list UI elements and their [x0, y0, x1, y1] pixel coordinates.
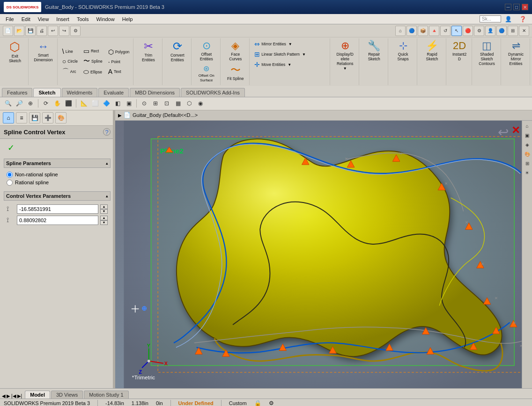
qa-print[interactable]: 🖨 — [37, 26, 47, 36]
st-view2[interactable]: ⬜ — [90, 98, 100, 109]
menu-tools[interactable]: Tools — [73, 15, 93, 23]
non-rational-option[interactable]: Non-rational spline — [7, 172, 108, 178]
qa-nav2[interactable]: 🔵 — [406, 26, 417, 36]
qa-nav3[interactable]: 📦 — [418, 26, 428, 36]
btab-next[interactable]: ▶ — [7, 393, 10, 399]
qa-view2[interactable]: ⚙ — [474, 26, 484, 36]
qa-view1[interactable]: 🔴 — [463, 26, 473, 36]
param1-up[interactable]: ▲ — [100, 204, 108, 209]
tab-solidworks-addins[interactable]: SOLIDWORKS Add-Ins — [181, 88, 245, 97]
search-box[interactable]: Sk... — [480, 15, 501, 22]
rapid-sketch-button[interactable]: ⚡ Rapid Sketch — [420, 39, 444, 63]
pib-home[interactable]: ⌂ — [3, 112, 14, 123]
check-ok-button[interactable]: ✓ — [4, 141, 18, 155]
polygon-tool[interactable]: ⬡ Polygon — [106, 47, 132, 57]
exit-sketch-button[interactable]: ⬡ Exit Sketch — [4, 39, 26, 65]
param2-input[interactable] — [17, 216, 98, 225]
qa-new[interactable]: 📄 — [3, 26, 13, 36]
control-vertex-header[interactable]: Control Vertex Parameters ▴ — [4, 191, 111, 201]
offset-entities-button[interactable]: ⊙ Offset Entities — [194, 39, 218, 63]
rmt-layer[interactable]: ▣ — [523, 131, 532, 140]
qa-search[interactable]: 🔵 — [496, 26, 507, 36]
non-rational-radio[interactable] — [7, 172, 13, 178]
qa-save[interactable]: 💾 — [25, 26, 36, 36]
pib-color[interactable]: 🎨 — [55, 112, 66, 123]
spline-parameters-header[interactable]: Spline Parameters ▴ — [4, 159, 111, 168]
param2-up[interactable]: ▲ — [100, 216, 108, 220]
param1-input[interactable] — [17, 204, 98, 214]
qa-close-toolbar[interactable]: ✕ — [519, 26, 529, 36]
btab-prev[interactable]: ◀ — [2, 393, 6, 399]
st-view1[interactable]: 📐 — [79, 98, 89, 109]
line-tool[interactable]: \ Line — [60, 47, 80, 56]
mirror-entities-button[interactable]: ⇔ Mirror Entities ▼ — [252, 39, 328, 49]
st-pan[interactable]: ✋ — [52, 98, 62, 109]
qa-open[interactable]: 📂 — [14, 26, 24, 36]
btab-3d-views[interactable]: 3D Views — [51, 391, 83, 399]
menu-edit[interactable]: Edit — [18, 15, 34, 23]
st-section1[interactable]: ⊙ — [139, 98, 149, 109]
ellipse-tool[interactable]: ⬭ Ellipse — [81, 67, 104, 77]
spline-tool[interactable]: 〜 Spline — [81, 56, 104, 66]
minimize-button[interactable]: ─ — [505, 4, 511, 10]
st-zoom-area[interactable]: ⬛ — [63, 98, 74, 109]
param2-spinner[interactable]: ▲ ▼ — [100, 216, 108, 225]
face-curves-button[interactable]: ◈ Face Curves — [223, 39, 247, 63]
qa-undo[interactable]: ↩ — [48, 26, 58, 36]
text-tool[interactable]: A Text — [106, 67, 132, 76]
tab-sketch[interactable]: Sketch — [33, 88, 60, 97]
qa-options[interactable]: ⚙ — [70, 26, 81, 36]
rmt-home[interactable]: ⌂ — [523, 122, 532, 130]
repair-sketch-button[interactable]: 🔧 Repair Sketch — [362, 39, 386, 63]
st-view3[interactable]: 🔷 — [101, 98, 111, 109]
qa-view3[interactable]: 👤 — [485, 26, 495, 36]
st-section5[interactable]: ⬡ — [184, 98, 194, 109]
pib-add[interactable]: ➕ — [42, 112, 53, 123]
rect-tool[interactable]: ▭ Rect — [81, 46, 104, 56]
param1-spinner[interactable]: ▲ ▼ — [100, 204, 108, 214]
trim-entities-button[interactable]: ✂ Trim Entities — [136, 39, 160, 64]
menu-file[interactable]: File — [2, 15, 18, 23]
st-zoom-out[interactable]: 🔎 — [14, 98, 24, 109]
menu-window[interactable]: Window — [93, 15, 118, 23]
st-view5[interactable]: ▣ — [124, 98, 134, 109]
qa-redo[interactable]: ↪ — [59, 26, 69, 36]
display-delete-relations-button[interactable]: ⊕ Display/Delete Relations ▼ — [333, 39, 357, 72]
qa-rotate[interactable]: ↺ — [440, 26, 451, 36]
move-dropdown[interactable]: ▼ — [287, 63, 292, 67]
menu-insert[interactable]: Insert — [52, 15, 73, 23]
help-icon[interactable]: ❓ — [516, 15, 530, 23]
offset-on-surface-button[interactable]: ⊛ Offset On Surface — [194, 64, 218, 84]
pib-list[interactable]: ≡ — [16, 112, 27, 123]
tab-evaluate[interactable]: Evaluate — [98, 88, 129, 97]
rmt-3d[interactable]: ◈ — [523, 141, 532, 149]
shaded-sketch-contours-button[interactable]: ◫ Shaded Sketch Contours — [475, 39, 499, 68]
mirror-dropdown[interactable]: ▼ — [288, 42, 293, 46]
instant2d-button[interactable]: 2D Instant2D — [449, 39, 470, 63]
param1-down[interactable]: ▼ — [100, 209, 108, 214]
user-icon[interactable]: 👤 — [501, 15, 516, 23]
point-tool[interactable]: · Point — [106, 57, 132, 66]
tab-features[interactable]: Features — [2, 88, 32, 97]
panel-help-icon[interactable]: ? — [103, 128, 111, 136]
quick-snaps-button[interactable]: ⊹ Quick Snaps — [391, 39, 415, 63]
relations-dropdown[interactable]: ▼ — [342, 66, 348, 71]
viewport[interactable]: ▶ 📄 Guitar_Body (Default<<D...> — [115, 110, 532, 388]
btab-model[interactable]: Model — [25, 391, 50, 399]
st-zoom-in[interactable]: 🔍 — [3, 98, 13, 109]
rmt-grid[interactable]: ⊞ — [523, 160, 532, 168]
param2-down[interactable]: ▼ — [100, 220, 108, 225]
move-entities-button[interactable]: ✛ Move Entities ▼ — [252, 60, 328, 69]
fit-spline-button[interactable]: 〜 Fit Spline — [225, 64, 246, 82]
st-section3[interactable]: ⊡ — [162, 98, 172, 109]
btab-last[interactable]: ▶| — [17, 393, 22, 399]
close-x-overlay[interactable]: ✕ — [511, 125, 520, 136]
menu-view[interactable]: View — [34, 15, 53, 23]
pattern-dropdown[interactable]: ▼ — [301, 52, 307, 57]
st-view4[interactable]: ◧ — [112, 98, 123, 109]
st-rotate[interactable]: ⟳ — [41, 98, 51, 109]
btab-first[interactable]: |◀ — [11, 393, 16, 399]
menu-help[interactable]: Help — [118, 15, 137, 23]
pib-save[interactable]: 💾 — [29, 112, 40, 123]
maximize-button[interactable]: □ — [513, 4, 520, 10]
